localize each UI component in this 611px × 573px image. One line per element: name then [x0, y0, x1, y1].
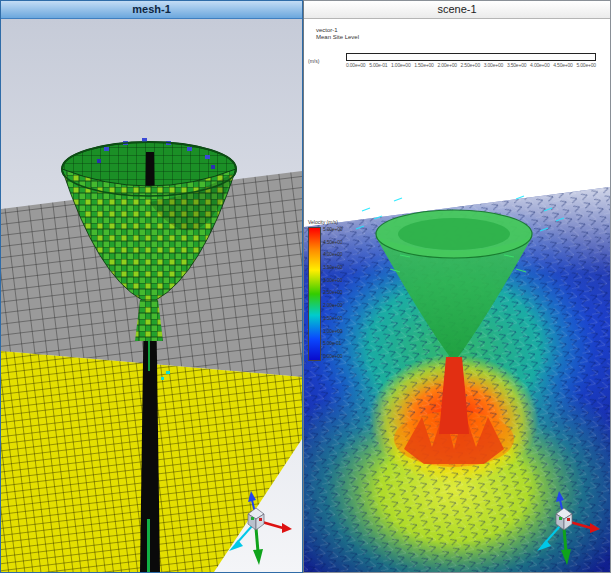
scene-legend-line1: vector-1	[316, 27, 359, 34]
colorbar-title: Velocity (m/s)	[308, 219, 360, 225]
scale-ruler-ticks: 0.00e+005.00e-011.00e+001.50e+002.00e+00…	[346, 62, 596, 68]
ruler-tick-label: 2.50e+00	[461, 62, 480, 68]
app-window: mesh-1	[0, 0, 611, 573]
colorbar-gradient	[308, 227, 321, 361]
ruler-tick-label: 4.50e+00	[553, 62, 572, 68]
scene-legend: vector-1 Mean Site Level	[316, 27, 359, 41]
scene-viewport[interactable]: vector-1 Mean Site Level (m/s) 0.00e+005…	[304, 19, 610, 572]
ruler-tick-label: 5.00e+00	[576, 62, 595, 68]
axes-triad-icon	[222, 488, 296, 568]
ruler-tick-label: 1.50e+00	[414, 62, 433, 68]
ruler-tick-label: 4.00e+00	[530, 62, 549, 68]
mesh-viewport[interactable]	[1, 19, 302, 572]
colorbar-labels: 5.00e+004.50e+004.00e+003.50e+003.00e+00…	[323, 227, 342, 359]
ruler-tick-label: 0.00e+00	[346, 62, 365, 68]
colorbar-tick-label: 2.00e+00	[323, 303, 342, 308]
mesh-panel: mesh-1	[0, 0, 303, 573]
colorbar-tick-label: 1.50e+00	[323, 316, 342, 321]
colorbar-legend: Velocity (m/s) 5.00e+004.50e+004.00e+003…	[308, 219, 360, 359]
scene-titlebar[interactable]: scene-1	[304, 1, 610, 19]
scene-panel: scene-1	[303, 0, 611, 573]
scene-title-label: scene-1	[437, 3, 476, 15]
colorbar-tick-label: 4.50e+00	[323, 240, 342, 245]
axes-triad-icon	[530, 488, 604, 568]
colorbar-tick-label: 3.00e+00	[323, 278, 342, 283]
scale-ruler: 0.00e+005.00e-011.00e+001.50e+002.00e+00…	[346, 53, 596, 68]
scene-legend-line2: Mean Site Level	[316, 34, 359, 41]
ruler-unit-label: (m/s)	[308, 58, 319, 64]
ruler-tick-label: 1.00e+00	[391, 62, 410, 68]
ruler-tick-label: 2.00e+00	[437, 62, 456, 68]
ruler-tick-label: 3.50e+00	[507, 62, 526, 68]
mesh-titlebar[interactable]: mesh-1	[1, 1, 302, 19]
ruler-tick-label: 3.00e+00	[484, 62, 503, 68]
colorbar-tick-label: 1.00e+00	[323, 329, 342, 334]
scale-ruler-bar	[346, 53, 596, 61]
colorbar-tick-label: 5.00e+00	[323, 227, 342, 232]
colorbar-tick-label: 3.50e+00	[323, 265, 342, 270]
mesh-title-label: mesh-1	[132, 3, 171, 15]
colorbar-tick-label: 4.00e+00	[323, 252, 342, 257]
colorbar-tick-label: 0.00e+00	[323, 354, 342, 359]
colorbar-tick-label: 5.00e-01	[323, 341, 342, 346]
ruler-tick-label: 5.00e-01	[369, 62, 387, 68]
colorbar-tick-label: 2.50e+00	[323, 290, 342, 295]
